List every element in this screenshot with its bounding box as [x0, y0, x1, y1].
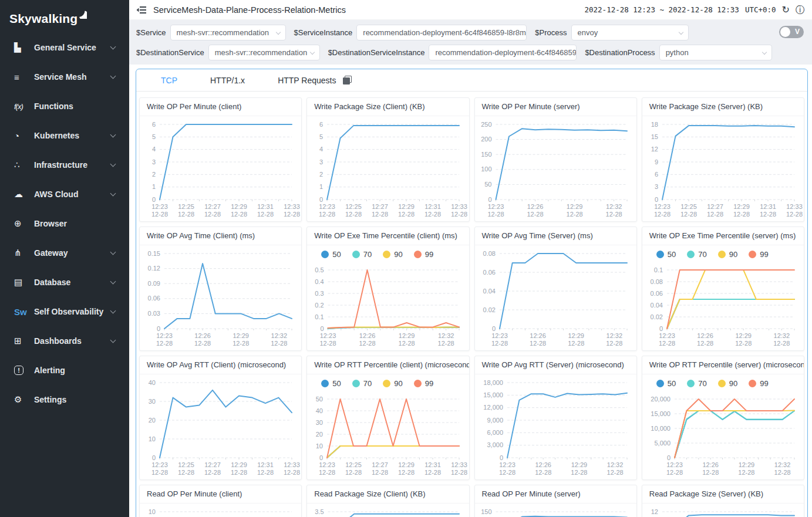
- svg-text:12-28: 12-28: [738, 469, 754, 476]
- svg-text:0: 0: [321, 325, 324, 332]
- tab-http-requests[interactable]: HTTP Requests: [278, 69, 336, 92]
- sidebar-item-browser[interactable]: ⊕ Browser: [0, 209, 129, 238]
- version-toggle[interactable]: V: [779, 26, 804, 38]
- legend-item-70[interactable]: 70: [352, 379, 372, 388]
- legend-item-90[interactable]: 90: [383, 379, 402, 388]
- svg-text:20,000: 20,000: [651, 396, 671, 403]
- chart-title: Write OP RTT Percentile (client) (micros…: [307, 356, 469, 374]
- filter-select-process[interactable]: envoy: [571, 25, 689, 40]
- chart-body: 1212:2312-2812:2512-2812:2712-2812:2912-…: [642, 504, 804, 517]
- sidebar-item-general-service[interactable]: ▙ General Service: [0, 33, 129, 62]
- sidebar-item-functions[interactable]: f(x) Functions: [0, 92, 129, 121]
- sidebar-item-database[interactable]: ▤ Database: [0, 268, 129, 297]
- svg-text:12-28: 12-28: [319, 211, 335, 218]
- tab-http-1-x[interactable]: HTTP/1.x: [210, 69, 245, 92]
- sidebar-item-infrastructure[interactable]: ∴ Infrastructure: [0, 150, 129, 180]
- legend-item-50[interactable]: 50: [321, 250, 341, 259]
- svg-text:0.09: 0.09: [148, 280, 160, 287]
- svg-text:40: 40: [316, 407, 323, 414]
- chart-canvas: 00.030.060.090.120.1512:2312-2812:2612-2…: [140, 245, 301, 350]
- time-range[interactable]: 2022-12-28 12:23 ~ 2022-12-28 12:33: [585, 5, 739, 14]
- svg-text:12:29: 12:29: [568, 332, 584, 339]
- legend-item-50[interactable]: 50: [656, 379, 676, 388]
- sidebar-item-aws-cloud[interactable]: ☁ AWS Cloud: [0, 180, 129, 209]
- filter-label: $Service: [136, 28, 166, 37]
- collapse-sidebar-icon[interactable]: [136, 6, 146, 14]
- copy-dashboard-icon[interactable]: [343, 76, 352, 85]
- svg-text:5,000: 5,000: [654, 440, 671, 447]
- filter-select-destinationserviceinstance[interactable]: recommendation-deployment-6c4f846859-l8r…: [429, 45, 577, 60]
- timezone[interactable]: UTC+0:0: [745, 5, 776, 14]
- svg-text:12-28: 12-28: [204, 469, 221, 476]
- chart-title: Write OP RTT Percentile (server) (micros…: [642, 356, 804, 374]
- filter-field: $DestinationProcess python: [585, 45, 771, 60]
- chevron-down-icon: [275, 30, 280, 35]
- svg-text:2: 2: [152, 171, 156, 178]
- chart-body: 0102030405012:2312-2812:2512-2812:2712-2…: [307, 374, 469, 480]
- legend-item-90[interactable]: 90: [718, 250, 737, 259]
- legend-item-90[interactable]: 90: [718, 379, 737, 388]
- legend-dot-icon: [687, 251, 695, 258]
- sidebar-item-service-mesh[interactable]: ≡ Service Mesh: [0, 62, 129, 92]
- svg-text:0: 0: [655, 196, 658, 203]
- chart-title: Read Package Size (Server) (KB): [642, 485, 804, 504]
- filter-select-destinationprocess[interactable]: python: [659, 45, 772, 60]
- legend-item-50[interactable]: 50: [321, 379, 341, 388]
- sidebar-item-settings[interactable]: ⚙ Settings: [0, 385, 129, 414]
- svg-text:12:31: 12:31: [424, 203, 441, 210]
- svg-text:12-28: 12-28: [451, 469, 467, 476]
- sidebar-item-self-observability[interactable]: Sw Self Observability: [0, 297, 129, 326]
- tab-tcp[interactable]: TCP: [161, 69, 177, 92]
- legend-item-70[interactable]: 70: [687, 379, 706, 388]
- svg-text:0.04: 0.04: [650, 302, 662, 309]
- chart-canvas: 036912151812:2312-2812:2512-2812:2712-28…: [642, 116, 804, 221]
- sidebar-item-kubernetes[interactable]: ◔ Kubernetes: [0, 121, 129, 150]
- filter-select-serviceinstance[interactable]: recommendation-deployment-6c4f846859-l8r…: [356, 25, 527, 40]
- svg-text:6,000: 6,000: [487, 429, 503, 436]
- svg-text:0.04: 0.04: [483, 288, 495, 295]
- svg-text:12:32: 12:32: [773, 332, 790, 339]
- legend-item-99[interactable]: 99: [414, 250, 433, 259]
- svg-text:12-28: 12-28: [284, 211, 300, 218]
- app-logo: Skywalking: [0, 0, 129, 26]
- legend-item-99[interactable]: 99: [749, 379, 768, 388]
- filter-field: $DestinationServiceInstance recommendati…: [328, 45, 577, 60]
- svg-text:12-28: 12-28: [151, 469, 168, 476]
- chart-legend: 50709099: [656, 250, 769, 259]
- legend-item-50[interactable]: 50: [656, 250, 676, 259]
- svg-text:12-28: 12-28: [666, 469, 683, 476]
- filter-label: $DestinationService: [136, 48, 204, 57]
- svg-text:0.02: 0.02: [650, 313, 662, 320]
- chart-panel: Read OP Per Minute (client) 1012:2312-28…: [139, 485, 302, 517]
- filter-select-service[interactable]: mesh-svr::recommendation: [170, 25, 286, 40]
- sidebar-item-alerting[interactable]: ! Alerting: [0, 356, 129, 385]
- svg-text:12-28: 12-28: [438, 340, 454, 347]
- info-icon[interactable]: ⓘ: [796, 5, 805, 15]
- svg-text:12-28: 12-28: [359, 340, 376, 347]
- chart-grid: Write OP Per Minute (client) 012345612:2…: [136, 92, 807, 517]
- svg-text:3,000: 3,000: [487, 441, 503, 448]
- svg-text:12:32: 12:32: [607, 461, 623, 468]
- filter-select-destinationservice[interactable]: mesh-svr::recommendation: [208, 45, 320, 60]
- svg-text:12-28: 12-28: [345, 211, 362, 218]
- legend-item-90[interactable]: 90: [383, 250, 402, 259]
- chart-panel: Write OP RTT Percentile (client) (micros…: [306, 356, 469, 480]
- sidebar-item-gateway[interactable]: ⋔ Gateway: [0, 238, 129, 268]
- chart-canvas: 1012:2312-2812:2512-2812:2712-2812:2912-…: [140, 504, 301, 517]
- svg-text:12-28: 12-28: [605, 211, 622, 218]
- chart-body: 05010015020025012:2312-2812:2612-2812:29…: [475, 116, 636, 222]
- service-mesh-icon: ≡: [14, 72, 29, 82]
- refresh-icon[interactable]: ↻: [782, 5, 790, 15]
- legend-item-70[interactable]: 70: [687, 250, 706, 259]
- sidebar-item-dashboards[interactable]: ⊞ Dashboards: [0, 326, 129, 356]
- svg-text:15,000: 15,000: [651, 410, 671, 417]
- app-logo-text: Skywalking: [9, 12, 78, 26]
- legend-dot-icon: [656, 380, 664, 387]
- chart-panel: Read Package Size (Client) (KB) 3.512:23…: [306, 485, 469, 517]
- chart-panel: Read OP Per Minute (server) 15012:2312-2…: [474, 485, 637, 517]
- legend-item-70[interactable]: 70: [352, 250, 372, 259]
- svg-text:1: 1: [319, 183, 323, 190]
- legend-item-99[interactable]: 99: [749, 250, 768, 259]
- legend-item-99[interactable]: 99: [414, 379, 433, 388]
- svg-text:6: 6: [319, 121, 323, 128]
